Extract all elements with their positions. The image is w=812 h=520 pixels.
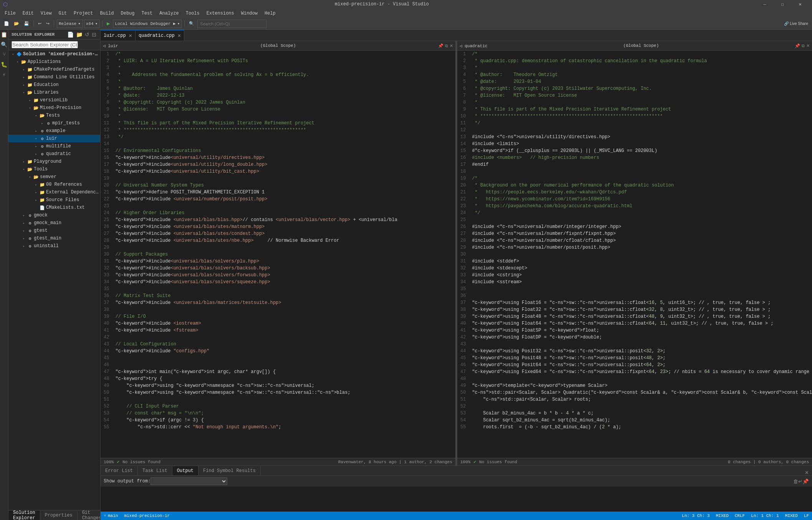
- status-luir-position[interactable]: Ln: 3 Ch: 3: [682, 513, 710, 518]
- activity-extensions[interactable]: ⚡: [1, 71, 8, 78]
- toolbar-redo[interactable]: ↪: [45, 19, 51, 28]
- panel-close-btn[interactable]: ✕: [802, 470, 812, 475]
- new-folder-btn[interactable]: 📁: [75, 31, 83, 38]
- menu-tools[interactable]: Tools: [183, 9, 203, 18]
- luir-panel-split[interactable]: ⧉: [445, 43, 448, 48]
- output-pin-btn[interactable]: 📌: [802, 479, 809, 484]
- luir-panel-pin[interactable]: 📌: [438, 43, 443, 48]
- menu-edit[interactable]: Edit: [20, 9, 37, 18]
- sidebar-item-tools[interactable]: 📂 Tools: [8, 165, 100, 173]
- collapse-all-btn[interactable]: ⊟: [91, 31, 97, 38]
- tab-find-symbol[interactable]: Find Symbol Results: [198, 466, 261, 475]
- sidebar-search-input[interactable]: [12, 41, 78, 48]
- tab-quadratic-cpp[interactable]: quadratic.cpp ✕: [136, 30, 184, 41]
- debugger-dropdown[interactable]: Local Windows Debugger ▶ ▾: [113, 20, 182, 28]
- editor-luir-content[interactable]: 1 /* 2 * LUIR: A = LU Iterative Refineme…: [101, 51, 455, 458]
- toolbar-undo[interactable]: ↩: [36, 19, 43, 28]
- status-quad-line-ending[interactable]: LF: [804, 513, 809, 518]
- sidebar-item-gmock[interactable]: ⚙ gmock: [8, 211, 100, 219]
- menu-build[interactable]: Build: [97, 9, 117, 18]
- refresh-btn[interactable]: ↺: [84, 31, 90, 38]
- sidebar-item-cmake[interactable]: 📁 CMakePredefinedTargets: [8, 66, 100, 73]
- sidebar-item-playground[interactable]: 📁 Playground: [8, 158, 100, 165]
- minimize-button[interactable]: ─: [756, 0, 774, 8]
- maximize-button[interactable]: □: [774, 0, 791, 8]
- sidebar-item-versionlib[interactable]: 📁 versionLib: [8, 96, 100, 104]
- quadratic-panel-pin[interactable]: 📌: [795, 43, 800, 48]
- platform-dropdown[interactable]: x64 ▾: [84, 20, 99, 28]
- sidebar-item-tests[interactable]: 📂 Tests: [8, 112, 100, 119]
- sidebar-item-luir[interactable]: ⚙ luir: [8, 135, 100, 142]
- menu-help[interactable]: Help: [261, 9, 279, 18]
- tab-properties[interactable]: Properties: [40, 511, 78, 520]
- search-button[interactable]: 🔍: [187, 19, 196, 28]
- tab-quadratic-close[interactable]: ✕: [178, 32, 181, 39]
- menu-git[interactable]: Git: [55, 9, 70, 18]
- sidebar-item-command-line[interactable]: 📁 Command Line Utilities: [8, 73, 100, 81]
- line-number: 52: [457, 403, 469, 410]
- solution-root[interactable]: 🔷 Solution 'mixed-precision-ir' (162 of …: [8, 50, 100, 58]
- live-share-button[interactable]: 🔗 Live Share: [782, 19, 810, 28]
- output-wrap-btn[interactable]: ↵: [798, 479, 802, 484]
- tab-luir-cpp[interactable]: luir.cpp ✕: [101, 30, 136, 41]
- menu-view[interactable]: View: [38, 9, 55, 18]
- menu-analyze[interactable]: Analyze: [156, 9, 182, 18]
- sidebar-item-gmock-main[interactable]: ⚙ gmock_main: [8, 219, 100, 227]
- sidebar-item-gtest[interactable]: ⚙ gtest: [8, 227, 100, 234]
- run-button[interactable]: ▶: [105, 19, 111, 28]
- line-number: 7: [457, 92, 469, 99]
- sidebar-item-education[interactable]: 📁 Education: [8, 81, 100, 89]
- menu-extensions[interactable]: Extensions: [203, 9, 237, 18]
- quadratic-panel-close[interactable]: ✕: [806, 43, 810, 48]
- toolbar-save[interactable]: 💾: [22, 19, 31, 28]
- tab-error-list[interactable]: Error List: [101, 466, 138, 475]
- activity-debug[interactable]: 🐛: [1, 61, 8, 68]
- menu-file[interactable]: File: [2, 9, 19, 18]
- luir-panel-close[interactable]: ✕: [450, 43, 453, 48]
- sidebar-item-semver[interactable]: 📂 semver: [8, 173, 100, 181]
- sidebar-item-applications[interactable]: 📂 Applications: [8, 58, 100, 66]
- sidebar-item-example[interactable]: ⚙ example: [8, 127, 100, 135]
- status-quad-encoding[interactable]: MIXED: [785, 513, 798, 518]
- quadratic-panel-split[interactable]: ⧉: [802, 43, 805, 48]
- sidebar-item-mpir-tests[interactable]: ⚙ mpir_tests: [8, 119, 100, 127]
- close-button[interactable]: ✕: [791, 0, 809, 8]
- sidebar-item-references[interactable]: 📁 00 References: [8, 181, 100, 188]
- sidebar-item-libraries[interactable]: 📂 Libraries: [8, 89, 100, 96]
- sidebar-item-uninstall[interactable]: ⚙ uninstall: [8, 242, 100, 250]
- status-luir-line-ending[interactable]: CRLF: [735, 513, 745, 518]
- tab-git-changes[interactable]: Git Changes: [78, 511, 101, 520]
- output-clear-btn[interactable]: 🗑: [793, 479, 798, 484]
- toolbar-new[interactable]: 📄: [2, 19, 11, 28]
- output-source-dropdown[interactable]: [150, 477, 227, 485]
- menu-test[interactable]: Test: [139, 9, 156, 18]
- tab-solution-explorer[interactable]: Solution Explorer: [8, 511, 40, 520]
- toolbar-open[interactable]: 📂: [12, 19, 21, 28]
- sidebar-item-external-deps[interactable]: 📁 External Dependencies: [8, 188, 100, 196]
- sidebar-item-quadratic[interactable]: ⚙ quadratic: [8, 150, 100, 158]
- sidebar-item-cmakelists[interactable]: 📄 CMakeLists.txt: [8, 204, 100, 211]
- status-quad-position[interactable]: Ln: 1 Ch: 1: [751, 513, 779, 518]
- activity-explorer[interactable]: 📋: [1, 31, 8, 38]
- status-git-branch[interactable]: ⑂ main: [104, 513, 118, 518]
- status-luir-encoding[interactable]: MIXED: [716, 513, 729, 518]
- release-dropdown[interactable]: Release ▾: [57, 20, 83, 28]
- line-code: [112, 203, 455, 210]
- tab-output[interactable]: Output: [172, 466, 198, 475]
- tab-task-list[interactable]: Task List: [138, 466, 172, 475]
- sidebar-item-mixed-precision[interactable]: 📂 Mixed-Precision: [8, 104, 100, 112]
- menu-project[interactable]: Project: [71, 9, 96, 18]
- menu-debug[interactable]: Debug: [117, 9, 137, 18]
- status-solution[interactable]: mixed-precision-ir: [124, 513, 170, 518]
- new-file-btn[interactable]: 📄: [66, 31, 74, 38]
- search-input[interactable]: [197, 20, 266, 28]
- activity-search[interactable]: 🔍: [1, 41, 8, 48]
- sidebar-item-multifile[interactable]: ⚙ multifile: [8, 142, 100, 150]
- tab-luir-close[interactable]: ✕: [129, 32, 132, 39]
- activity-git[interactable]: ⑂: [1, 51, 8, 58]
- editor-quadratic-content[interactable]: 1 /* 2 * quadratic.cpp: demonstration of…: [457, 51, 812, 458]
- line-code: #include <stdexcept>: [469, 265, 812, 272]
- sidebar-item-gtest-main[interactable]: ⚙ gtest_main: [8, 234, 100, 242]
- sidebar-item-source-files[interactable]: 📁 Source Files: [8, 196, 100, 204]
- menu-window[interactable]: Window: [238, 9, 261, 18]
